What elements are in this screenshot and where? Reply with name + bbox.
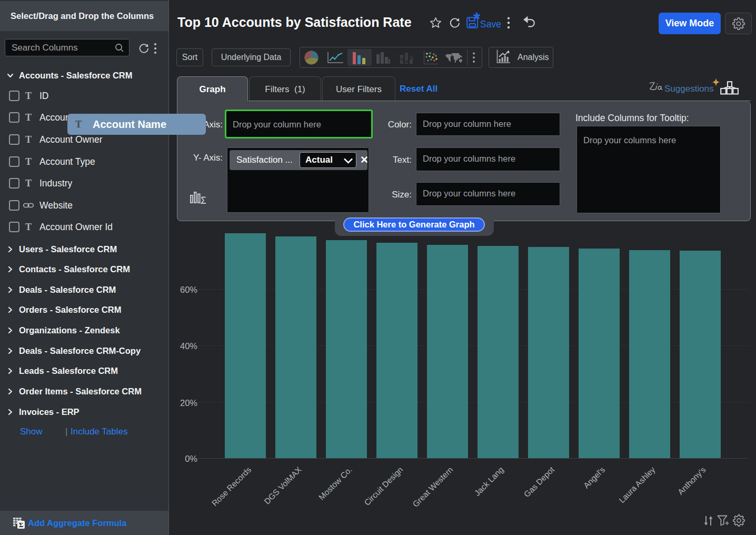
svg-text:Σ: Σ [19,521,24,529]
